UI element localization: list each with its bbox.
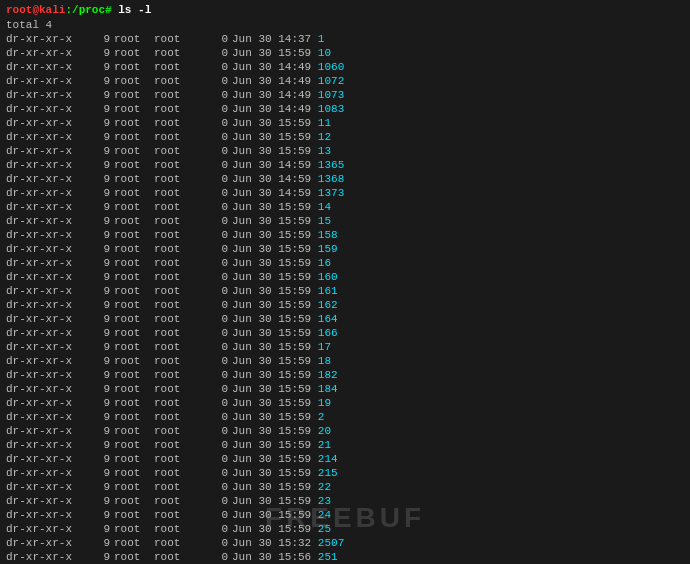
table-row: dr-xr-xr-x9root root 0Jun 30 14:59 1373 bbox=[6, 186, 684, 200]
col-owner: root bbox=[114, 312, 154, 326]
col-perms: dr-xr-xr-x bbox=[6, 214, 96, 228]
table-row: dr-xr-xr-x9root root 0Jun 30 15:59 159 bbox=[6, 242, 684, 256]
col-perms: dr-xr-xr-x bbox=[6, 88, 96, 102]
col-group: root bbox=[154, 550, 194, 564]
table-row: dr-xr-xr-x9root root 0Jun 30 15:59 13 bbox=[6, 144, 684, 158]
col-links: 9 bbox=[96, 88, 110, 102]
table-row: dr-xr-xr-x9root root 0Jun 30 14:49 1083 bbox=[6, 102, 684, 116]
col-perms: dr-xr-xr-x bbox=[6, 452, 96, 466]
col-size: 0 bbox=[194, 536, 228, 550]
col-date: Jun 30 15:59 bbox=[232, 508, 318, 522]
col-name: 1365 bbox=[318, 158, 344, 172]
col-size: 0 bbox=[194, 46, 228, 60]
col-date: Jun 30 15:59 bbox=[232, 326, 318, 340]
prompt-line: root@kali:/proc# ls -l bbox=[6, 4, 684, 16]
col-perms: dr-xr-xr-x bbox=[6, 186, 96, 200]
col-name: 19 bbox=[318, 396, 331, 410]
col-name: 1368 bbox=[318, 172, 344, 186]
col-perms: dr-xr-xr-x bbox=[6, 200, 96, 214]
col-name: 1072 bbox=[318, 74, 344, 88]
col-group: root bbox=[154, 116, 194, 130]
col-perms: dr-xr-xr-x bbox=[6, 256, 96, 270]
col-perms: dr-xr-xr-x bbox=[6, 550, 96, 564]
col-owner: root bbox=[114, 102, 154, 116]
col-group: root bbox=[154, 382, 194, 396]
col-perms: dr-xr-xr-x bbox=[6, 410, 96, 424]
col-group: root bbox=[154, 424, 194, 438]
table-row: dr-xr-xr-x9root root 0Jun 30 14:49 1060 bbox=[6, 60, 684, 74]
col-group: root bbox=[154, 326, 194, 340]
table-row: dr-xr-xr-x9root root 0Jun 30 15:59 18 bbox=[6, 354, 684, 368]
col-perms: dr-xr-xr-x bbox=[6, 354, 96, 368]
table-row: dr-xr-xr-x9root root 0Jun 30 15:59 12 bbox=[6, 130, 684, 144]
col-date: Jun 30 15:59 bbox=[232, 438, 318, 452]
col-size: 0 bbox=[194, 186, 228, 200]
col-owner: root bbox=[114, 410, 154, 424]
col-links: 9 bbox=[96, 284, 110, 298]
col-owner: root bbox=[114, 32, 154, 46]
col-group: root bbox=[154, 186, 194, 200]
col-name: 21 bbox=[318, 438, 331, 452]
col-links: 9 bbox=[96, 172, 110, 186]
col-group: root bbox=[154, 494, 194, 508]
col-name: 10 bbox=[318, 46, 331, 60]
col-links: 9 bbox=[96, 494, 110, 508]
col-date: Jun 30 15:59 bbox=[232, 256, 318, 270]
col-owner: root bbox=[114, 466, 154, 480]
col-group: root bbox=[154, 214, 194, 228]
col-links: 9 bbox=[96, 340, 110, 354]
col-perms: dr-xr-xr-x bbox=[6, 312, 96, 326]
col-links: 9 bbox=[96, 158, 110, 172]
table-row: dr-xr-xr-x9root root 0Jun 30 15:59 184 bbox=[6, 382, 684, 396]
col-date: Jun 30 14:49 bbox=[232, 88, 318, 102]
col-owner: root bbox=[114, 438, 154, 452]
col-links: 9 bbox=[96, 438, 110, 452]
col-links: 9 bbox=[96, 60, 110, 74]
col-date: Jun 30 15:59 bbox=[232, 410, 318, 424]
col-links: 9 bbox=[96, 396, 110, 410]
table-row: dr-xr-xr-x9root root 0Jun 30 14:49 1072 bbox=[6, 74, 684, 88]
col-group: root bbox=[154, 396, 194, 410]
col-links: 9 bbox=[96, 102, 110, 116]
col-owner: root bbox=[114, 214, 154, 228]
col-date: Jun 30 15:59 bbox=[232, 130, 318, 144]
col-perms: dr-xr-xr-x bbox=[6, 242, 96, 256]
col-perms: dr-xr-xr-x bbox=[6, 522, 96, 536]
col-size: 0 bbox=[194, 172, 228, 186]
col-group: root bbox=[154, 452, 194, 466]
col-owner: root bbox=[114, 60, 154, 74]
col-links: 9 bbox=[96, 424, 110, 438]
col-date: Jun 30 15:59 bbox=[232, 494, 318, 508]
col-links: 9 bbox=[96, 382, 110, 396]
col-group: root bbox=[154, 438, 194, 452]
col-group: root bbox=[154, 242, 194, 256]
col-size: 0 bbox=[194, 396, 228, 410]
col-name: 1373 bbox=[318, 186, 344, 200]
table-row: dr-xr-xr-x9root root 0Jun 30 14:49 1073 bbox=[6, 88, 684, 102]
col-perms: dr-xr-xr-x bbox=[6, 158, 96, 172]
col-links: 9 bbox=[96, 144, 110, 158]
col-name: 18 bbox=[318, 354, 331, 368]
col-group: root bbox=[154, 312, 194, 326]
col-name: 162 bbox=[318, 298, 338, 312]
col-links: 9 bbox=[96, 256, 110, 270]
col-size: 0 bbox=[194, 340, 228, 354]
col-name: 251 bbox=[318, 550, 338, 564]
col-size: 0 bbox=[194, 410, 228, 424]
col-owner: root bbox=[114, 536, 154, 550]
col-perms: dr-xr-xr-x bbox=[6, 60, 96, 74]
col-group: root bbox=[154, 508, 194, 522]
col-date: Jun 30 15:59 bbox=[232, 116, 318, 130]
col-owner: root bbox=[114, 396, 154, 410]
col-perms: dr-xr-xr-x bbox=[6, 382, 96, 396]
table-row: dr-xr-xr-x9root root 0Jun 30 15:59 24 bbox=[6, 508, 684, 522]
col-size: 0 bbox=[194, 508, 228, 522]
col-owner: root bbox=[114, 144, 154, 158]
col-links: 9 bbox=[96, 480, 110, 494]
col-size: 0 bbox=[194, 228, 228, 242]
col-owner: root bbox=[114, 522, 154, 536]
col-links: 9 bbox=[96, 228, 110, 242]
col-group: root bbox=[154, 298, 194, 312]
col-owner: root bbox=[114, 130, 154, 144]
col-date: Jun 30 15:56 bbox=[232, 550, 318, 564]
